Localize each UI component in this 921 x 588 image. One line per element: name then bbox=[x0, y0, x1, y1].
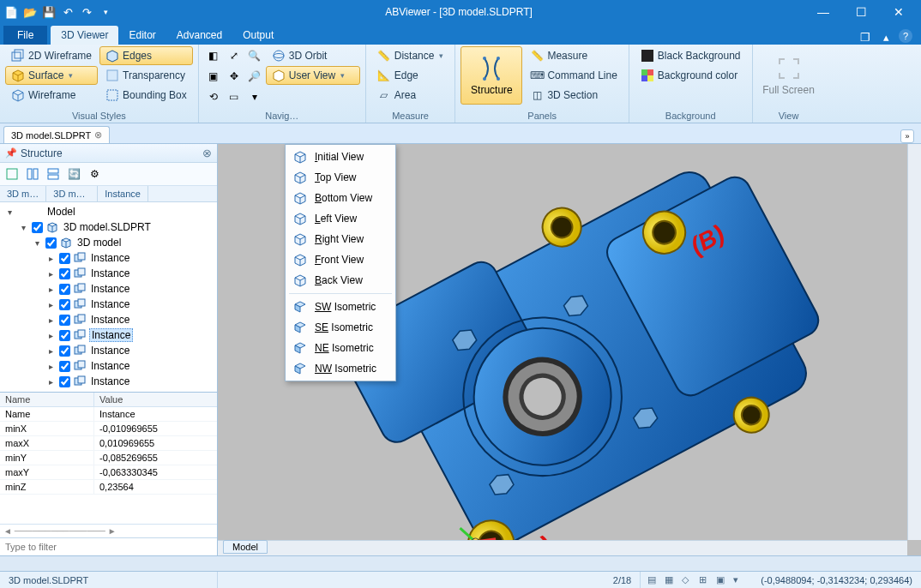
pin-icon[interactable]: 📌 bbox=[5, 147, 17, 159]
tree-row[interactable]: ▸Instance bbox=[0, 343, 217, 358]
tree-checkbox[interactable] bbox=[32, 222, 43, 233]
measure-panel-button[interactable]: 📏Measure bbox=[524, 46, 623, 65]
tree-checkbox[interactable] bbox=[59, 268, 70, 279]
tab-output[interactable]: Output bbox=[232, 26, 284, 45]
tree-row[interactable]: ▸Instance bbox=[0, 281, 217, 297]
tree-checkbox[interactable] bbox=[59, 361, 70, 372]
tree-row[interactable]: ▸Instance bbox=[0, 297, 217, 312]
tree-checkbox[interactable] bbox=[59, 345, 70, 357]
tree-checkbox[interactable] bbox=[59, 330, 70, 341]
structure-tree[interactable]: ▾Model▾3D model.SLDPRT▾3D model▸Instance… bbox=[0, 202, 217, 392]
close-button[interactable]: ✕ bbox=[880, 0, 918, 24]
user-view-button[interactable]: User View bbox=[266, 66, 360, 85]
tree-twisty-icon[interactable]: ▸ bbox=[45, 285, 57, 294]
tb-split-icon[interactable] bbox=[24, 165, 41, 183]
tab-editor[interactable]: Editor bbox=[118, 26, 166, 45]
tb-single-icon[interactable] bbox=[3, 165, 21, 183]
tree-twisty-icon[interactable]: ▾ bbox=[17, 223, 29, 232]
nav-fit-icon[interactable]: ▣ bbox=[204, 67, 223, 86]
viewport-hscrollbar[interactable] bbox=[218, 540, 907, 555]
subtab-1[interactable]: 3D mo… bbox=[46, 186, 98, 201]
menu-item[interactable]: Front View bbox=[287, 249, 394, 270]
surface-button[interactable]: Surface bbox=[5, 66, 98, 85]
tree-twisty-icon[interactable]: ▸ bbox=[45, 315, 57, 325]
command-line-button[interactable]: ⌨Command Line bbox=[524, 66, 623, 85]
tree-checkbox[interactable] bbox=[59, 253, 70, 264]
edge-button[interactable]: 📐Edge bbox=[371, 66, 450, 85]
tree-row[interactable]: ▾3D model bbox=[0, 235, 217, 250]
tree-row[interactable]: ▾Model bbox=[0, 204, 217, 219]
tree-checkbox[interactable] bbox=[59, 376, 70, 387]
cascade-icon[interactable]: ❐ bbox=[858, 29, 873, 45]
tree-row[interactable]: ▸Instance bbox=[0, 374, 217, 389]
menu-item[interactable]: Top View bbox=[287, 167, 394, 188]
tree-row[interactable]: ▾3D model.SLDPRT bbox=[0, 219, 217, 235]
background-color-button[interactable]: Background color bbox=[635, 66, 747, 85]
transparency-button[interactable]: Transparency bbox=[99, 66, 193, 85]
menu-item[interactable]: NE Isometric bbox=[287, 338, 394, 358]
tree-row[interactable]: ▸Instance bbox=[0, 327, 217, 343]
qat-redo-icon[interactable]: ↷ bbox=[79, 4, 94, 20]
menu-item[interactable]: Initial View bbox=[287, 147, 394, 167]
tree-twisty-icon[interactable]: ▸ bbox=[45, 300, 57, 309]
tree-twisty-icon[interactable]: ▸ bbox=[45, 346, 57, 356]
status-layers-icon[interactable]: ▤ bbox=[647, 574, 659, 586]
nav-rotate-icon[interactable]: ⟲ bbox=[204, 87, 223, 106]
tree-row[interactable]: ▸Instance bbox=[0, 358, 217, 374]
tree-twisty-icon[interactable]: ▸ bbox=[45, 331, 57, 340]
menu-item[interactable]: SE Isometric bbox=[287, 317, 394, 338]
collapse-ribbon-icon[interactable]: ▴ bbox=[878, 29, 894, 45]
wireframe-2d-button[interactable]: 2D Wireframe bbox=[5, 46, 98, 65]
nav-zoom-window-icon[interactable]: ◧ bbox=[204, 46, 223, 65]
tree-row[interactable]: ▸Instance bbox=[0, 250, 217, 266]
filter-input[interactable] bbox=[0, 538, 217, 555]
menu-item[interactable]: Right View bbox=[287, 229, 394, 249]
structure-panel-button[interactable]: Structure bbox=[460, 46, 522, 105]
status-dropdown-icon[interactable]: ▾ bbox=[733, 574, 745, 586]
qat-undo-icon[interactable]: ↶ bbox=[60, 4, 75, 20]
tree-twisty-icon[interactable]: ▸ bbox=[45, 269, 57, 279]
tb-gear-icon[interactable]: ⚙ bbox=[86, 165, 103, 183]
menu-item[interactable]: Left View bbox=[287, 208, 394, 229]
qat-new-icon[interactable]: 📄 bbox=[3, 4, 19, 20]
qat-open-icon[interactable]: 📂 bbox=[22, 4, 38, 20]
properties-scroll[interactable]: ◄ ─────────────── ► bbox=[0, 524, 217, 537]
tree-row[interactable]: ▸Instance bbox=[0, 266, 217, 281]
document-tab[interactable]: 3D model.SLDPRT ⊗ bbox=[3, 126, 110, 143]
close-tab-icon[interactable]: ⊗ bbox=[94, 129, 102, 141]
distance-button[interactable]: 📏Distance bbox=[371, 46, 450, 65]
status-ortho-icon[interactable]: ⊞ bbox=[699, 574, 711, 586]
edges-button[interactable]: Edges bbox=[99, 46, 193, 65]
nav-zoom-out-icon[interactable]: 🔎 bbox=[245, 67, 264, 86]
tree-twisty-icon[interactable]: ▾ bbox=[31, 238, 43, 248]
nav-pan-icon[interactable]: ✥ bbox=[225, 67, 244, 86]
status-snap-icon[interactable]: ◇ bbox=[682, 574, 694, 586]
help-icon[interactable]: ? bbox=[899, 29, 912, 43]
tb-refresh-icon[interactable]: 🔄 bbox=[65, 165, 82, 183]
nav-select-icon[interactable]: ▭ bbox=[225, 87, 244, 106]
full-screen-button[interactable]: Full Screen bbox=[758, 46, 820, 105]
tb-props-icon[interactable] bbox=[45, 165, 62, 183]
area-button[interactable]: ▱Area bbox=[371, 86, 450, 105]
wireframe-button[interactable]: Wireframe bbox=[5, 86, 98, 105]
tree-row[interactable]: ▸Instance bbox=[0, 312, 217, 327]
nav-more-icon[interactable]: ▾ bbox=[245, 87, 264, 106]
orbit-button[interactable]: 3D Orbit bbox=[266, 46, 360, 65]
qat-dropdown-icon[interactable]: ▾ bbox=[98, 4, 113, 20]
status-grid-icon[interactable]: ▦ bbox=[665, 574, 677, 586]
tree-checkbox[interactable] bbox=[59, 284, 70, 295]
tab-overflow-icon[interactable]: » bbox=[900, 129, 914, 143]
tree-twisty-icon[interactable]: ▸ bbox=[45, 362, 57, 371]
menu-item[interactable]: SW Isometric bbox=[287, 297, 394, 317]
black-background-button[interactable]: Black Background bbox=[635, 46, 747, 65]
panel-close-icon[interactable]: ⊗ bbox=[202, 147, 212, 159]
menu-item[interactable]: NW Isometric bbox=[287, 358, 394, 379]
nav-zoom-extents-icon[interactable]: ⤢ bbox=[225, 46, 244, 65]
tree-twisty-icon[interactable]: ▸ bbox=[45, 254, 57, 263]
minimize-button[interactable]: — bbox=[804, 0, 842, 24]
menu-item[interactable]: Back View bbox=[287, 270, 394, 291]
subtab-0[interactable]: 3D m… bbox=[0, 186, 46, 201]
viewport-vscrollbar[interactable] bbox=[907, 144, 921, 540]
tab-3d-viewer[interactable]: 3D Viewer bbox=[51, 26, 118, 45]
tab-advanced[interactable]: Advanced bbox=[166, 26, 232, 45]
